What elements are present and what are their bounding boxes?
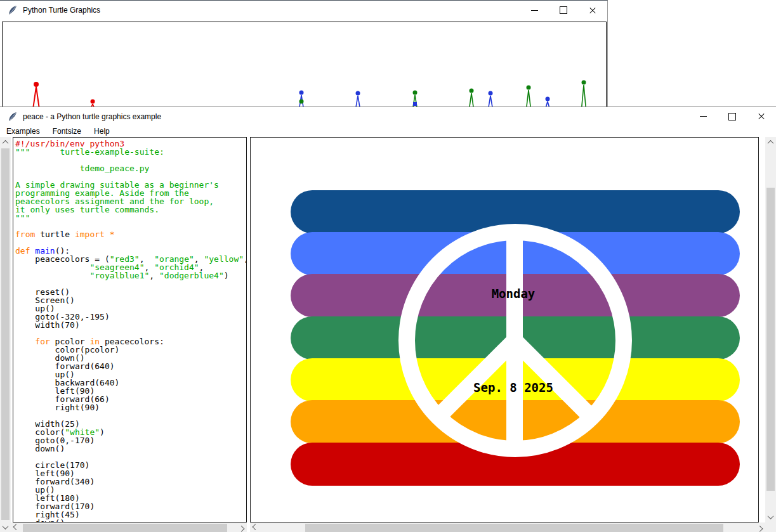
source-code-view[interactable]: #!/usr/bin/env python3""" turtle-example… (13, 137, 247, 522)
back-window-controls (520, 1, 607, 20)
chevron-down-icon (768, 513, 774, 519)
peace-right-arm (515, 341, 591, 417)
code-line: tdemo_peace.py (15, 164, 246, 172)
chevron-left-icon (253, 524, 259, 530)
scroll-down-button[interactable] (765, 512, 776, 522)
scroll-up-button[interactable] (765, 137, 776, 148)
tk-feather-icon (8, 112, 18, 122)
scrollbar-corner (765, 522, 776, 532)
minimize-button[interactable] (520, 1, 549, 20)
canvas-vertical-scrollbar[interactable] (765, 137, 776, 522)
maximize-button[interactable] (718, 107, 747, 126)
menu-fontsize[interactable]: Fontsize (46, 126, 88, 137)
scroll-right-button[interactable] (754, 522, 765, 532)
scroll-left-button[interactable] (11, 522, 22, 532)
chevron-up-icon (768, 140, 774, 146)
stick-figure (33, 82, 39, 108)
stick-figure (489, 91, 493, 108)
chevron-down-icon (3, 523, 9, 529)
stick-figure (527, 86, 531, 108)
code-line: down() (15, 444, 246, 453)
menubar: Examples Fontsize Help (0, 126, 776, 137)
scroll-down-button[interactable] (0, 522, 11, 532)
canvas-hscroll-thumb[interactable] (305, 524, 723, 532)
scroll-up-button[interactable] (0, 137, 11, 148)
chevron-up-icon (3, 140, 9, 146)
canvas-label-weekday: Monday (492, 287, 536, 301)
canvas-vscroll-thumb[interactable] (766, 188, 775, 491)
code-vscroll-thumb[interactable] (1, 148, 10, 520)
peace-drawing-canvas[interactable]: MondaySep. 8 2025 (250, 137, 759, 522)
peace-left-arm (438, 341, 515, 417)
code-line: from turtle import * (15, 230, 246, 238)
close-button[interactable] (747, 107, 776, 126)
code-vertical-scrollbar[interactable] (0, 137, 11, 532)
stick-figure (582, 81, 586, 108)
peace-window-title: peace - a Python turtle graphics example (23, 112, 161, 121)
code-line: it only uses turtle commands. (15, 205, 246, 214)
code-horizontal-scrollbar[interactable] (11, 522, 247, 532)
close-button[interactable] (578, 1, 607, 20)
maximize-icon (728, 113, 736, 120)
turtle-figures (3, 22, 606, 108)
code-line: width(70) (15, 321, 246, 329)
minimize-icon (700, 116, 707, 117)
minimize-icon (531, 10, 538, 11)
stick-figure (470, 89, 474, 108)
close-icon (589, 6, 596, 14)
stick-figure (356, 91, 360, 108)
minimize-button[interactable] (688, 107, 718, 126)
peace-symbol (251, 138, 758, 522)
code-line: """ (15, 214, 246, 222)
chevron-right-icon (757, 525, 763, 531)
code-line: """ turtle-example-suite: (15, 148, 246, 156)
stick-figure (299, 91, 304, 108)
close-icon (758, 113, 765, 120)
peace-window: peace - a Python turtle graphics example… (0, 107, 776, 532)
scroll-left-button[interactable] (250, 522, 261, 532)
back-window-titlebar[interactable]: Python Turtle Graphics (0, 1, 607, 20)
maximize-button[interactable] (549, 1, 578, 20)
peace-window-titlebar[interactable]: peace - a Python turtle graphics example (0, 107, 776, 126)
chevron-right-icon (239, 525, 245, 531)
scroll-right-button[interactable] (236, 522, 247, 532)
code-line: right(90) (15, 403, 246, 412)
maximize-icon (560, 6, 567, 14)
stick-figure (413, 91, 418, 108)
tk-feather-icon (8, 5, 18, 15)
peace-window-controls (688, 107, 776, 126)
canvas-label-date: Sep. 8 2025 (473, 380, 553, 394)
canvas-horizontal-scrollbar[interactable] (250, 522, 765, 532)
chevron-left-icon (13, 524, 20, 530)
menu-help[interactable]: Help (88, 126, 116, 137)
back-window-title: Python Turtle Graphics (23, 6, 100, 15)
menu-examples[interactable]: Examples (0, 126, 46, 137)
code-line: "royalblue1", "dodgerblue4") (15, 271, 246, 280)
code-hscroll-thumb[interactable] (23, 524, 227, 532)
